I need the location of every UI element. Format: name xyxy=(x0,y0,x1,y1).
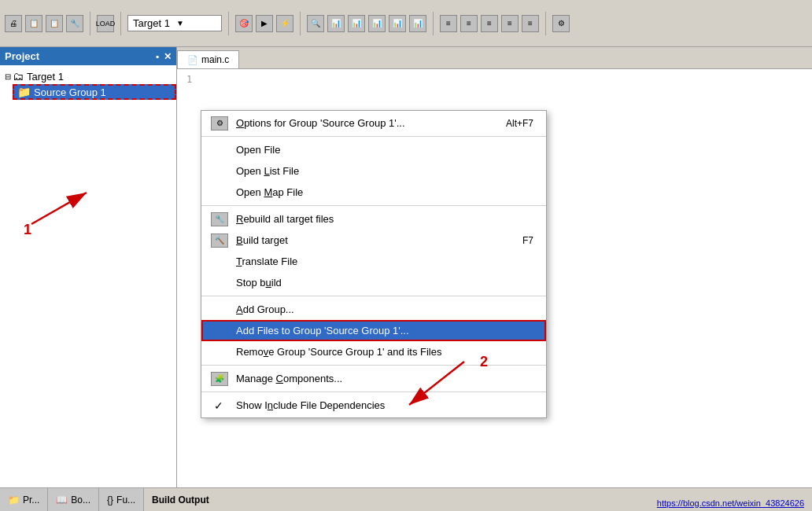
menu-open-map-label: Open Map File xyxy=(236,186,303,198)
toolbar-icon-5[interactable]: 🔍 xyxy=(307,15,324,32)
panel-controls: ▪ ✕ xyxy=(156,51,172,62)
toolbar-icon-debug[interactable]: 🎯 xyxy=(235,15,253,32)
bottom-tab-functions[interactable]: {} Fu... xyxy=(99,488,144,511)
line-1: 1 xyxy=(180,72,809,86)
menu-manage[interactable]: 🧩 Manage Components... xyxy=(201,368,546,389)
expand-icon: ⊟ xyxy=(5,72,11,81)
menu-remove-group-label: Remove Group 'Source Group 1' and its Fi… xyxy=(236,346,441,358)
source-group-label: Source Group 1 xyxy=(34,86,106,98)
bottom-bar: 📁 Pr... 📖 Bo... {} Fu... Build Output ht… xyxy=(0,487,812,511)
toolbar-sep-3 xyxy=(228,12,229,35)
build-icon: 🔨 xyxy=(211,233,228,248)
toolbar-icon-load[interactable]: LOAD xyxy=(97,15,114,32)
menu-options-label: Options for Group 'Source Group 1'... xyxy=(236,117,405,129)
target-label: Target 1 xyxy=(133,17,170,29)
bottom-tab-books-label: Bo... xyxy=(71,494,90,505)
panel-header: Project ▪ ✕ xyxy=(0,47,176,65)
tab-bar: 📄 main.c xyxy=(177,47,812,69)
menu-translate[interactable]: Translate File xyxy=(201,251,546,272)
toolbar-icon-6[interactable]: 📊 xyxy=(327,15,345,32)
toolbar-icon-4[interactable]: 🔧 xyxy=(66,15,83,32)
menu-div-2 xyxy=(201,205,546,206)
menu-options[interactable]: ⚙ Options for Group 'Source Group 1'... … xyxy=(201,112,546,134)
bottom-tabs: 📁 Pr... 📖 Bo... {} Fu... xyxy=(0,488,144,511)
toolbar-icon-7[interactable]: 📊 xyxy=(348,15,365,32)
build-shortcut: F7 xyxy=(522,235,533,246)
options-shortcut: Alt+F7 xyxy=(506,118,533,129)
project-panel: Project ▪ ✕ ⊟ 🗂 Target 1 📁 Source Group … xyxy=(0,47,177,487)
menu-div-3 xyxy=(201,296,546,296)
bottom-tab-functions-label: Fu... xyxy=(116,494,135,505)
file-icon: 📄 xyxy=(187,55,198,65)
target-dropdown[interactable]: Target 1 ▼ xyxy=(127,15,222,31)
menu-build[interactable]: 🔨 Build target F7 xyxy=(201,230,546,251)
menu-div-1 xyxy=(201,136,546,137)
functions-tab-icon: {} xyxy=(107,494,113,505)
main-area: Project ▪ ✕ ⊟ 🗂 Target 1 📁 Source Group … xyxy=(0,47,812,487)
toolbar-sep-4 xyxy=(300,12,301,35)
menu-add-group[interactable]: Add Group... xyxy=(201,299,546,320)
toolbar-icon-8[interactable]: 📊 xyxy=(368,15,386,32)
rebuild-icon: 🔧 xyxy=(211,212,228,226)
menu-rebuild[interactable]: 🔧 Rebuild all target files xyxy=(201,208,546,230)
watermark: https://blog.csdn.net/weixin_43824626 xyxy=(657,498,804,508)
build-output-text: Build Output xyxy=(152,494,209,505)
menu-open-list[interactable]: Open List File xyxy=(201,160,546,182)
context-menu: ⚙ Options for Group 'Source Group 1'... … xyxy=(201,110,547,418)
menu-open-file-label: Open File xyxy=(236,144,280,156)
toolbar-sep-6 xyxy=(545,12,546,35)
menu-open-list-label: Open List File xyxy=(236,165,299,177)
menu-add-group-label: Add Group... xyxy=(236,303,294,315)
menu-open-map[interactable]: Open Map File xyxy=(201,182,546,203)
close-button[interactable]: ✕ xyxy=(164,51,172,62)
bottom-tab-books[interactable]: 📖 Bo... xyxy=(48,488,99,511)
menu-show-deps[interactable]: ✓ Show Include File Dependencies xyxy=(201,395,546,416)
tab-label: main.c xyxy=(201,54,229,65)
menu-add-files[interactable]: Add Files to Group 'Source Group 1'... xyxy=(201,320,546,341)
check-icon: ✓ xyxy=(214,399,223,412)
toolbar-icon-16[interactable]: ⚙ xyxy=(552,15,570,32)
options-icon: ⚙ xyxy=(211,116,228,131)
toolbar-sep-5 xyxy=(433,12,434,35)
menu-manage-label: Manage Components... xyxy=(236,373,342,384)
tree-root-item[interactable]: ⊟ 🗂 Target 1 xyxy=(0,68,176,84)
menu-show-deps-label: Show Include File Dependencies xyxy=(236,399,385,411)
menu-rebuild-label: Rebuild all target files xyxy=(236,213,334,225)
toolbar-icon-run[interactable]: ▶ xyxy=(256,15,273,32)
toolbar-icon-1[interactable]: 🖨 xyxy=(5,15,22,32)
toolbar-icon-10[interactable]: 📊 xyxy=(409,15,426,32)
dropdown-arrow-icon: ▼ xyxy=(176,19,184,28)
toolbar-icon-flash[interactable]: ⚡ xyxy=(276,15,293,32)
toolbar-icon-12[interactable]: ≡ xyxy=(460,15,478,32)
project-tree: ⊟ 🗂 Target 1 📁 Source Group 1 xyxy=(0,65,176,487)
bottom-tab-project[interactable]: 📁 Pr... xyxy=(0,488,48,511)
source-group-item[interactable]: 📁 Source Group 1 xyxy=(13,84,176,100)
menu-stop[interactable]: Stop build xyxy=(201,272,546,293)
menu-div-5 xyxy=(201,392,546,392)
toolbar: 🖨 📋 📋 🔧 LOAD Target 1 ▼ 🎯 ▶ ⚡ 🔍 📊 📊 📊 📊 … xyxy=(0,0,812,47)
menu-build-label: Build target xyxy=(236,234,288,246)
toolbar-icon-3[interactable]: 📋 xyxy=(46,15,63,32)
toolbar-icon-9[interactable]: 📊 xyxy=(389,15,406,32)
toolbar-sep-1 xyxy=(90,12,90,35)
toolbar-icon-13[interactable]: ≡ xyxy=(481,15,498,32)
bottom-tab-project-label: Pr... xyxy=(23,494,39,505)
manage-icon: 🧩 xyxy=(211,372,228,386)
toolbar-icon-15[interactable]: ≡ xyxy=(522,15,539,32)
panel-title: Project xyxy=(5,50,39,62)
toolbar-icon-2[interactable]: 📋 xyxy=(25,15,42,32)
menu-stop-label: Stop build xyxy=(236,277,282,289)
menu-open-file[interactable]: Open File xyxy=(201,139,546,160)
project-tab-icon: 📁 xyxy=(8,494,20,505)
pin-button[interactable]: ▪ xyxy=(156,51,159,62)
toolbar-sep-2 xyxy=(120,12,121,35)
tree-indent: 📁 Source Group 1 xyxy=(13,84,176,100)
tree-root-label: Target 1 xyxy=(27,71,64,83)
folder-icon: 📁 xyxy=(17,86,31,98)
toolbar-icon-14[interactable]: ≡ xyxy=(501,15,519,32)
main-c-tab[interactable]: 📄 main.c xyxy=(177,50,239,68)
menu-remove-group[interactable]: Remove Group 'Source Group 1' and its Fi… xyxy=(201,341,546,362)
build-output-label: Build Output xyxy=(144,488,217,511)
toolbar-icon-11[interactable]: ≡ xyxy=(440,15,457,32)
menu-div-4 xyxy=(201,365,546,366)
